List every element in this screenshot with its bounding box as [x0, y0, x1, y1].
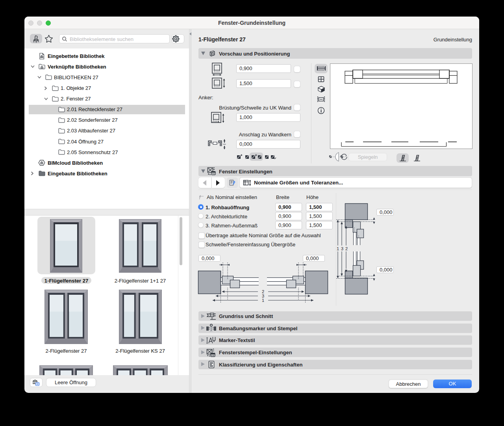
svg-text:3: 3 — [341, 246, 343, 251]
svg-text:1: 1 — [337, 246, 339, 251]
svg-text:1: 1 — [262, 298, 264, 303]
svg-text:2: 2 — [345, 246, 348, 251]
